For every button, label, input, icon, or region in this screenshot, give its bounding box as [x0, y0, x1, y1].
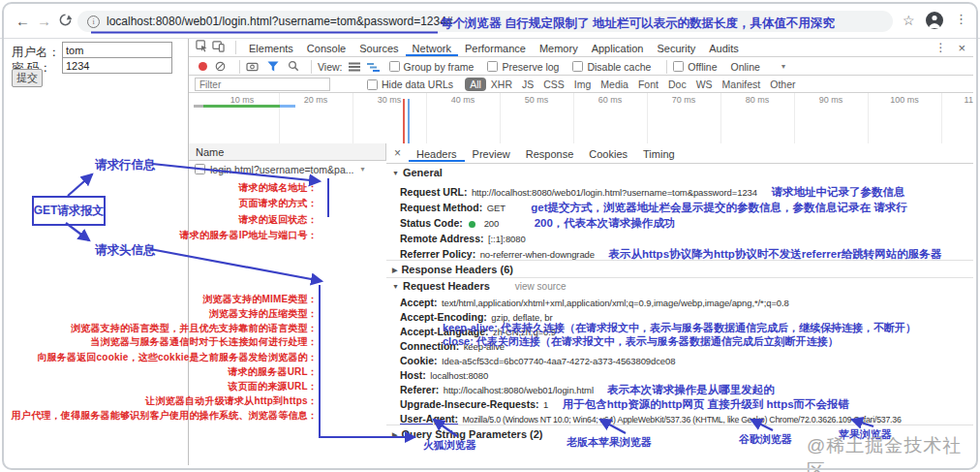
section-divider [386, 425, 973, 425]
tab-audits[interactable]: Audits [702, 40, 746, 56]
name-column-header[interactable]: Name [189, 143, 386, 161]
header-name: Request Method: [400, 202, 482, 213]
browser-menu-icon[interactable]: ⋮ [955, 12, 967, 26]
response-headers-section-header[interactable]: ▶Response Headers (6) [392, 264, 513, 275]
page-info-icon[interactable]: i [87, 16, 100, 28]
request-head-info-label: 请求头信息 [95, 242, 156, 259]
filter-funnel-icon[interactable] [267, 58, 279, 76]
filter-input[interactable] [195, 78, 330, 91]
triangle-collapsed-icon[interactable]: ▶ [392, 431, 397, 438]
filter-chip-all[interactable]: All [465, 78, 486, 91]
view-list-icon[interactable] [349, 58, 360, 76]
section-divider [386, 277, 973, 278]
tab-network[interactable]: Network [406, 40, 458, 56]
network-overview-timeline[interactable]: 10 ms 20 ms 30 ms 40 ms 50 ms 60 ms 70 m… [189, 93, 973, 144]
filter-chip-doc[interactable]: Doc [663, 78, 691, 91]
request-line-info-label: 请求行信息 [95, 157, 156, 173]
filter-chip-css[interactable]: CSS [538, 78, 569, 91]
view-waterfall-icon[interactable] [367, 58, 380, 76]
clear-icon[interactable] [215, 58, 226, 76]
red-annotation-accept: 浏览器支持的MIME类型： [202, 293, 318, 306]
row-expand-icon[interactable]: ▾ [361, 165, 365, 173]
reload-button[interactable] [58, 13, 73, 31]
filter-chip-img[interactable]: Img [569, 78, 597, 91]
inspect-element-icon[interactable] [196, 39, 208, 56]
ua-label-firefox: 火狐浏览器 [423, 438, 476, 453]
tab-memory[interactable]: Memory [533, 40, 585, 56]
header-value: 200 [484, 218, 500, 229]
throttling-select[interactable]: Online [731, 61, 760, 73]
triangle-expanded-icon[interactable]: ▼ [392, 170, 399, 176]
domcontent-event-line [408, 99, 410, 143]
detail-close-icon[interactable]: × [386, 146, 409, 160]
triangle-expanded-icon[interactable]: ▼ [392, 283, 399, 290]
header-name: Remote Address: [400, 233, 484, 244]
connection-annotation-line1: keep-alive: 代表持久连接（在请求报文中，表示与服务器数据通信完成后，… [443, 321, 973, 335]
red-annotation-connection: 当浏览器与服务器通信时对于长连接如何进行处理： [90, 335, 318, 349]
device-toolbar-icon[interactable] [212, 39, 225, 56]
screenshot-root: ← → i localhost:8080/web01/login.html?us… [0, 0, 980, 472]
view-source-link[interactable]: view source [515, 281, 567, 292]
detail-tab-cookies[interactable]: Cookies [581, 144, 635, 162]
disable-cache-label: Disable cache [587, 61, 651, 73]
filter-chip-xhr[interactable]: XHR [486, 78, 517, 91]
preserve-log-checkbox[interactable] [487, 61, 498, 72]
screenshot-capture-icon[interactable] [246, 58, 259, 76]
timeline-tick: 80 ms [746, 95, 770, 105]
tab-performance[interactable]: Performance [458, 40, 533, 56]
devtools-close-icon[interactable]: × [958, 41, 965, 55]
request-row-checkbox[interactable] [195, 164, 205, 174]
disable-cache-checkbox[interactable] [572, 61, 583, 72]
blue-annotation: 表示从https协议降为http协议时不发送referrer给跳转网站的服务器 [608, 248, 941, 260]
request-row[interactable]: login.html?username=tom&pa... ▾ [189, 161, 386, 177]
preserve-log-label: Preserve log [502, 61, 559, 73]
tab-elements[interactable]: Elements [242, 40, 300, 56]
search-icon[interactable] [288, 58, 299, 76]
watermark: @稀土掘金技术社区 [807, 433, 980, 472]
submit-button[interactable]: 提交 [12, 69, 43, 87]
filter-chip-manifest[interactable]: Manifest [718, 78, 766, 91]
detail-tab-response[interactable]: Response [518, 144, 582, 162]
devtools-menu-icon[interactable]: ⋮ [934, 41, 946, 54]
detail-tab-timing[interactable]: Timing [635, 144, 683, 162]
request-headers-section-header[interactable]: ▼Request Headersview source [392, 280, 567, 292]
tab-security[interactable]: Security [650, 40, 702, 56]
offline-label: Offline [688, 61, 717, 73]
ua-label-old-apple: 老版本苹果浏览器 [567, 435, 652, 450]
filter-chip-media[interactable]: Media [596, 78, 633, 91]
filter-chip-font[interactable]: Font [633, 78, 663, 91]
timeline-tick: 60 ms [598, 95, 623, 105]
bookmark-star-icon[interactable]: ☆ [903, 13, 915, 28]
headers-pane: × Headers Preview Response Cookies Timin… [386, 143, 973, 465]
filter-chip-ws[interactable]: WS [691, 78, 718, 91]
back-button[interactable]: ← [15, 13, 30, 30]
password-field[interactable] [62, 57, 172, 74]
get-request-box: GET请求报文 [32, 196, 106, 226]
header-value: no-referrer-when-downgrade [480, 249, 595, 260]
detail-tab-headers[interactable]: Headers [409, 144, 465, 162]
filter-chip-js[interactable]: JS [517, 78, 538, 91]
chevron-down-icon: ▾ [781, 62, 785, 71]
reload-icon [58, 13, 73, 27]
red-annotation-referer: 该页面的来源URL： [228, 380, 318, 393]
general-section-header[interactable]: ▼General [392, 167, 443, 178]
tab-application[interactable]: Application [585, 40, 651, 56]
red-annotation-request-method: 页面请求的方式： [238, 197, 318, 210]
red-annotation-cookie: 向服务器返回cookie，这些cokkie是之前服务器发给浏览器的： [37, 351, 318, 364]
filter-chip-other[interactable]: Other [765, 78, 800, 91]
section-divider [386, 260, 973, 261]
triangle-collapsed-icon[interactable]: ▶ [392, 267, 397, 273]
hide-data-urls-checkbox[interactable] [367, 79, 378, 90]
tab-sources[interactable]: Sources [352, 40, 405, 56]
forward-button[interactable]: → [37, 13, 51, 30]
waterfall-bar-wait [194, 105, 203, 108]
offline-checkbox[interactable] [673, 61, 684, 72]
record-icon[interactable] [199, 62, 207, 71]
tab-console[interactable]: Console [300, 40, 352, 56]
profile-avatar[interactable] [926, 12, 943, 29]
username-field[interactable] [62, 42, 172, 58]
detail-tab-preview[interactable]: Preview [465, 144, 518, 162]
timeline-tick: 50 ms [525, 95, 549, 105]
group-by-frame-checkbox[interactable] [389, 61, 400, 72]
toolbar-divider [239, 60, 240, 74]
